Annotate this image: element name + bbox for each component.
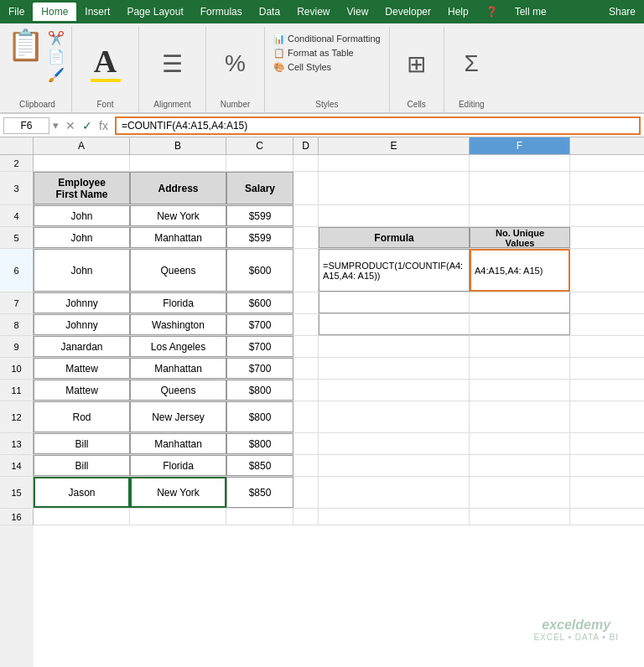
grid-cell[interactable]	[293, 172, 319, 204]
grid-cell[interactable]	[130, 155, 226, 171]
row-header-15[interactable]: 15	[0, 477, 34, 509]
format-as-table-button[interactable]: 📋 Format as Table	[273, 48, 381, 59]
cell-b11[interactable]: Queens	[130, 380, 226, 401]
menu-help[interactable]: Help	[439, 3, 477, 21]
cell-e6[interactable]: =SUMPRODUCT(1/COUNTIF(A4:A15,A4: A15))	[319, 249, 470, 292]
cell-b15[interactable]: New York	[130, 477, 226, 508]
menu-tell-me[interactable]: Tell me	[506, 3, 555, 21]
cell-a6[interactable]: John	[34, 249, 130, 292]
header-cell-address[interactable]: Address	[130, 172, 226, 204]
cell-f6-active[interactable]: A4:A15,A4: A15)	[470, 249, 570, 292]
menu-home[interactable]: Home	[33, 3, 76, 21]
grid-cell[interactable]	[293, 401, 319, 432]
cell-b10[interactable]: Manhattan	[130, 358, 226, 379]
cell-c7[interactable]: $600	[226, 292, 293, 313]
cell-c14[interactable]: $850	[226, 455, 293, 476]
row-header-7[interactable]: 7	[0, 292, 34, 314]
menu-view[interactable]: View	[339, 3, 377, 21]
col-header-f[interactable]: F	[470, 137, 570, 154]
grid-cell[interactable]	[293, 380, 319, 401]
cell-c13[interactable]: $800	[226, 433, 293, 454]
copy-button[interactable]: 📄	[48, 49, 65, 65]
insert-function-icon[interactable]: fx	[99, 119, 108, 132]
menu-data[interactable]: Data	[251, 3, 288, 21]
grid-cell[interactable]	[293, 358, 319, 379]
grid-cell[interactable]	[319, 172, 470, 204]
header-cell-salary[interactable]: Salary	[226, 172, 293, 204]
grid-cell[interactable]	[293, 455, 319, 476]
menu-question[interactable]: ❓	[477, 3, 506, 21]
cell-a12[interactable]: Rod	[34, 401, 130, 432]
cell-b14[interactable]: Florida	[130, 455, 226, 476]
cell-b8[interactable]: Washington	[130, 314, 226, 335]
cell-a5[interactable]: John	[34, 227, 130, 248]
col-header-c[interactable]: C	[226, 137, 293, 154]
cell-b4[interactable]: New York	[130, 205, 226, 226]
grid-cell[interactable]	[293, 227, 319, 248]
grid-cell[interactable]	[293, 477, 319, 508]
grid-cell[interactable]	[470, 477, 570, 508]
menu-page-layout[interactable]: Page Layout	[118, 3, 191, 21]
menu-formulas[interactable]: Formulas	[192, 3, 251, 21]
cell-b13[interactable]: Manhattan	[130, 433, 226, 454]
header-cell-employee[interactable]: Employee First Name	[34, 172, 130, 204]
conditional-formatting-button[interactable]: 📊 Conditional Formatting	[273, 34, 381, 44]
grid-cell[interactable]	[130, 509, 226, 525]
grid-cell[interactable]	[293, 433, 319, 454]
confirm-formula-icon[interactable]: ✓	[82, 119, 92, 132]
cell-c9[interactable]: $700	[226, 336, 293, 357]
cell-c4[interactable]: $599	[226, 205, 293, 226]
grid-cell[interactable]	[319, 205, 470, 226]
grid-cell[interactable]	[470, 401, 570, 432]
menu-developer[interactable]: Developer	[377, 3, 439, 21]
row-header-3[interactable]: 3	[0, 172, 34, 205]
font-label[interactable]: Font	[72, 100, 138, 109]
row-header-13[interactable]: 13	[0, 433, 34, 455]
cell-a10[interactable]: Mattew	[34, 358, 130, 379]
grid-cell[interactable]	[34, 155, 130, 171]
cell-c11[interactable]: $800	[226, 380, 293, 401]
cell-b7[interactable]: Florida	[130, 292, 226, 313]
row-header-12[interactable]: 12	[0, 401, 34, 433]
cancel-formula-icon[interactable]: ✕	[65, 119, 75, 132]
grid-cell[interactable]	[319, 509, 470, 525]
cell-b6[interactable]: Queens	[130, 249, 226, 292]
grid-cell[interactable]	[319, 292, 470, 313]
row-header-2[interactable]: 2	[0, 155, 34, 172]
formula-input[interactable]	[115, 116, 641, 135]
cell-a8[interactable]: Johnny	[34, 314, 130, 335]
grid-cell[interactable]	[293, 509, 319, 525]
row-header-16[interactable]: 16	[0, 509, 34, 525]
grid-cell[interactable]	[470, 455, 570, 476]
row-header-14[interactable]: 14	[0, 455, 34, 477]
row-header-9[interactable]: 9	[0, 336, 34, 358]
menu-file[interactable]: File	[0, 3, 33, 21]
cell-c15[interactable]: $850	[226, 477, 293, 508]
editing-label[interactable]: Editing	[444, 100, 499, 109]
row-header-8[interactable]: 8	[0, 314, 34, 336]
grid-cell[interactable]	[319, 455, 470, 476]
grid-cell[interactable]	[319, 358, 470, 379]
grid-cell[interactable]	[293, 155, 319, 171]
cells-label[interactable]: Cells	[390, 100, 444, 109]
cell-c10[interactable]: $700	[226, 358, 293, 379]
col-header-b[interactable]: B	[130, 137, 226, 154]
cell-a7[interactable]: Johnny	[34, 292, 130, 313]
menu-insert[interactable]: Insert	[76, 3, 118, 21]
grid-cell[interactable]	[319, 314, 470, 335]
cell-c12[interactable]: $800	[226, 401, 293, 432]
grid-cell[interactable]	[293, 314, 319, 335]
grid-cell[interactable]	[226, 155, 293, 171]
cell-c5[interactable]: $599	[226, 227, 293, 248]
grid-cell[interactable]	[470, 205, 570, 226]
cell-reference-box[interactable]	[3, 117, 49, 134]
grid-cell[interactable]	[470, 433, 570, 454]
grid-cell[interactable]	[319, 380, 470, 401]
cell-c8[interactable]: $700	[226, 314, 293, 335]
grid-cell[interactable]	[293, 336, 319, 357]
col-header-e[interactable]: E	[319, 137, 470, 154]
cell-b5[interactable]: Manhattan	[130, 227, 226, 248]
grid-cell[interactable]	[293, 249, 319, 292]
number-label[interactable]: Number	[206, 100, 264, 109]
cut-button[interactable]: ✂️	[48, 30, 65, 46]
